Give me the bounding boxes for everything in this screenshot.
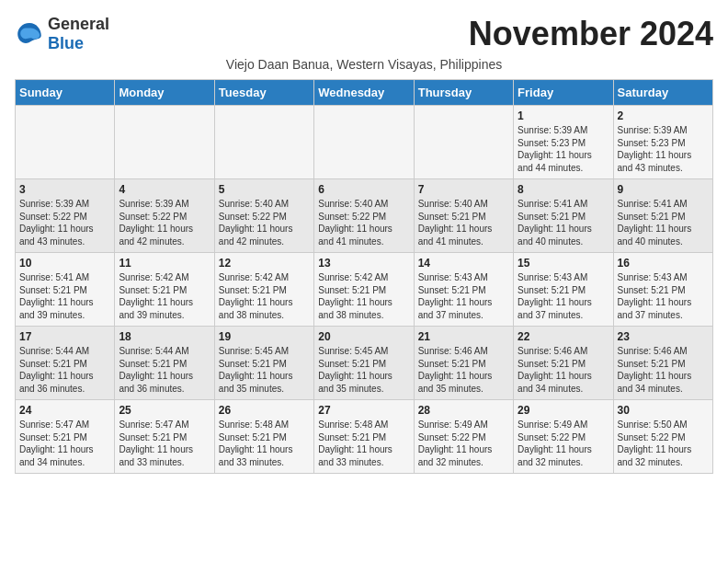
day-cell: 9 Sunrise: 5:41 AMSunset: 5:21 PMDayligh… (613, 179, 712, 253)
day-info: Sunrise: 5:40 AMSunset: 5:21 PMDaylight:… (418, 198, 509, 247)
day-number: 29 (518, 404, 609, 417)
day-info: Sunrise: 5:44 AMSunset: 5:21 PMDaylight:… (19, 345, 110, 395)
day-info: Sunrise: 5:48 AMSunset: 5:21 PMDaylight:… (318, 419, 409, 468)
day-number: 18 (119, 330, 210, 343)
day-cell: 10 Sunrise: 5:41 AMSunset: 5:21 PMDaylig… (16, 253, 115, 327)
day-info: Sunrise: 5:39 AMSunset: 5:22 PMDaylight:… (19, 198, 110, 247)
day-cell: 5 Sunrise: 5:40 AMSunset: 5:22 PMDayligh… (214, 179, 313, 253)
day-cell: 2 Sunrise: 5:39 AMSunset: 5:23 PMDayligh… (613, 106, 712, 179)
day-number: 30 (618, 404, 709, 417)
col-monday: Monday (115, 80, 214, 106)
week-row-1: 3 Sunrise: 5:39 AMSunset: 5:22 PMDayligh… (16, 179, 713, 253)
day-number: 8 (518, 183, 609, 196)
day-info: Sunrise: 5:46 AMSunset: 5:21 PMDaylight:… (418, 345, 509, 395)
logo: General Blue (15, 15, 109, 53)
day-cell: 25 Sunrise: 5:47 AMSunset: 5:21 PMDaylig… (115, 400, 214, 474)
day-number: 19 (219, 330, 310, 343)
subtitle: Viejo Daan Banua, Western Visayas, Phili… (15, 57, 713, 72)
day-number: 17 (19, 330, 110, 343)
calendar-table: Sunday Monday Tuesday Wednesday Thursday… (15, 79, 713, 474)
day-number: 15 (518, 257, 609, 270)
day-cell: 3 Sunrise: 5:39 AMSunset: 5:22 PMDayligh… (16, 179, 115, 253)
day-info: Sunrise: 5:40 AMSunset: 5:22 PMDaylight:… (219, 198, 310, 247)
day-number: 4 (119, 183, 210, 196)
day-number: 21 (418, 330, 509, 343)
day-number: 16 (618, 257, 709, 270)
day-number: 14 (418, 257, 509, 270)
day-number: 5 (219, 183, 310, 196)
day-number: 26 (219, 404, 310, 417)
day-cell: 1 Sunrise: 5:39 AMSunset: 5:23 PMDayligh… (514, 106, 613, 179)
logo-icon (15, 19, 44, 49)
day-cell: 29 Sunrise: 5:49 AMSunset: 5:22 PMDaylig… (514, 400, 613, 474)
col-sunday: Sunday (16, 80, 115, 106)
day-cell: 28 Sunrise: 5:49 AMSunset: 5:22 PMDaylig… (414, 400, 513, 474)
day-cell: 4 Sunrise: 5:39 AMSunset: 5:22 PMDayligh… (115, 179, 214, 253)
day-cell: 6 Sunrise: 5:40 AMSunset: 5:22 PMDayligh… (314, 179, 414, 253)
day-info: Sunrise: 5:46 AMSunset: 5:21 PMDaylight:… (618, 345, 709, 395)
day-info: Sunrise: 5:43 AMSunset: 5:21 PMDaylight:… (518, 271, 609, 321)
day-info: Sunrise: 5:42 AMSunset: 5:21 PMDaylight:… (318, 271, 409, 321)
day-info: Sunrise: 5:47 AMSunset: 5:21 PMDaylight:… (119, 419, 210, 468)
header-row: Sunday Monday Tuesday Wednesday Thursday… (16, 80, 713, 106)
day-number: 2 (618, 109, 709, 122)
header: General Blue November 2024 (15, 15, 713, 53)
day-cell: 27 Sunrise: 5:48 AMSunset: 5:21 PMDaylig… (314, 400, 414, 474)
day-number: 9 (618, 183, 709, 196)
day-info: Sunrise: 5:42 AMSunset: 5:21 PMDaylight:… (119, 271, 210, 321)
day-info: Sunrise: 5:41 AMSunset: 5:21 PMDaylight:… (618, 198, 709, 247)
day-cell (16, 106, 115, 179)
day-number: 20 (318, 330, 409, 343)
day-cell: 22 Sunrise: 5:46 AMSunset: 5:21 PMDaylig… (514, 327, 613, 400)
day-cell (214, 106, 313, 179)
day-info: Sunrise: 5:39 AMSunset: 5:23 PMDaylight:… (618, 124, 709, 174)
day-cell: 20 Sunrise: 5:45 AMSunset: 5:21 PMDaylig… (314, 327, 414, 400)
col-tuesday: Tuesday (214, 80, 313, 106)
day-info: Sunrise: 5:41 AMSunset: 5:21 PMDaylight:… (518, 198, 609, 247)
day-cell: 14 Sunrise: 5:43 AMSunset: 5:21 PMDaylig… (414, 253, 513, 327)
day-info: Sunrise: 5:49 AMSunset: 5:22 PMDaylight:… (518, 419, 609, 468)
day-number: 24 (19, 404, 110, 417)
day-info: Sunrise: 5:40 AMSunset: 5:22 PMDaylight:… (318, 198, 409, 247)
day-cell: 23 Sunrise: 5:46 AMSunset: 5:21 PMDaylig… (613, 327, 712, 400)
day-cell: 17 Sunrise: 5:44 AMSunset: 5:21 PMDaylig… (16, 327, 115, 400)
logo-blue: Blue (48, 34, 84, 52)
day-info: Sunrise: 5:46 AMSunset: 5:21 PMDaylight:… (518, 345, 609, 395)
week-row-0: 1 Sunrise: 5:39 AMSunset: 5:23 PMDayligh… (16, 106, 713, 179)
day-info: Sunrise: 5:39 AMSunset: 5:23 PMDaylight:… (518, 124, 609, 174)
col-friday: Friday (514, 80, 613, 106)
col-wednesday: Wednesday (314, 80, 414, 106)
day-cell: 15 Sunrise: 5:43 AMSunset: 5:21 PMDaylig… (514, 253, 613, 327)
day-info: Sunrise: 5:49 AMSunset: 5:22 PMDaylight:… (418, 419, 509, 468)
day-cell: 12 Sunrise: 5:42 AMSunset: 5:21 PMDaylig… (214, 253, 313, 327)
day-number: 23 (618, 330, 709, 343)
day-cell: 8 Sunrise: 5:41 AMSunset: 5:21 PMDayligh… (514, 179, 613, 253)
day-number: 11 (119, 257, 210, 270)
day-number: 28 (418, 404, 509, 417)
day-number: 7 (418, 183, 509, 196)
day-info: Sunrise: 5:43 AMSunset: 5:21 PMDaylight:… (418, 271, 509, 321)
day-cell: 18 Sunrise: 5:44 AMSunset: 5:21 PMDaylig… (115, 327, 214, 400)
day-info: Sunrise: 5:39 AMSunset: 5:22 PMDaylight:… (119, 198, 210, 247)
col-saturday: Saturday (613, 80, 712, 106)
logo-text: General Blue (48, 15, 109, 53)
day-cell: 7 Sunrise: 5:40 AMSunset: 5:21 PMDayligh… (414, 179, 513, 253)
day-info: Sunrise: 5:45 AMSunset: 5:21 PMDaylight:… (318, 345, 409, 395)
day-number: 1 (518, 109, 609, 122)
week-row-4: 24 Sunrise: 5:47 AMSunset: 5:21 PMDaylig… (16, 400, 713, 474)
day-info: Sunrise: 5:45 AMSunset: 5:21 PMDaylight:… (219, 345, 310, 395)
day-info: Sunrise: 5:44 AMSunset: 5:21 PMDaylight:… (119, 345, 210, 395)
day-number: 13 (318, 257, 409, 270)
day-info: Sunrise: 5:48 AMSunset: 5:21 PMDaylight:… (219, 419, 310, 468)
logo-general: General (48, 15, 109, 33)
day-info: Sunrise: 5:41 AMSunset: 5:21 PMDaylight:… (19, 271, 110, 321)
day-info: Sunrise: 5:43 AMSunset: 5:21 PMDaylight:… (618, 271, 709, 321)
col-thursday: Thursday (414, 80, 513, 106)
day-cell: 13 Sunrise: 5:42 AMSunset: 5:21 PMDaylig… (314, 253, 414, 327)
day-cell (414, 106, 513, 179)
day-info: Sunrise: 5:50 AMSunset: 5:22 PMDaylight:… (618, 419, 709, 468)
month-title: November 2024 (469, 15, 713, 53)
day-number: 25 (119, 404, 210, 417)
day-cell (314, 106, 414, 179)
week-row-2: 10 Sunrise: 5:41 AMSunset: 5:21 PMDaylig… (16, 253, 713, 327)
